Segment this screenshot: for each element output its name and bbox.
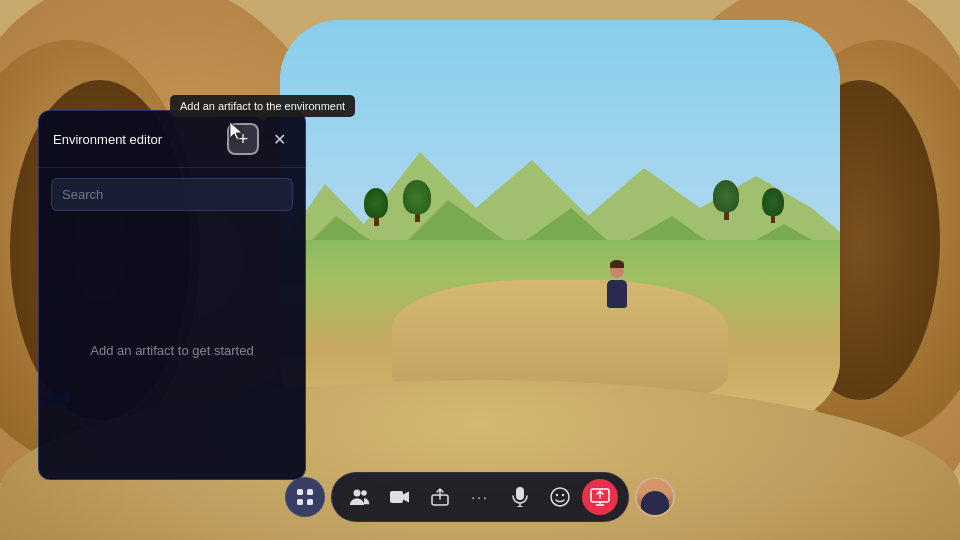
more-button[interactable]: ···: [462, 479, 498, 515]
svg-rect-2: [297, 499, 303, 505]
participants-button[interactable]: [342, 479, 378, 515]
video-icon: [390, 489, 410, 505]
video-button[interactable]: [382, 479, 418, 515]
empty-state-message: Add an artifact to get started: [90, 343, 253, 358]
close-panel-button[interactable]: ✕: [267, 127, 291, 151]
tree-4: [762, 188, 784, 223]
panel-title: Environment editor: [53, 132, 162, 147]
svg-point-5: [361, 490, 367, 496]
screen-share-button[interactable]: [582, 479, 618, 515]
user-avatar-button[interactable]: [635, 477, 675, 517]
bottom-toolbar: ···: [285, 472, 675, 522]
screen-share-active-icon: [590, 488, 610, 506]
svg-rect-0: [297, 489, 303, 495]
more-icon: ···: [471, 489, 489, 505]
plus-icon: +: [238, 130, 249, 148]
apps-button[interactable]: [285, 477, 325, 517]
emoji-icon: [550, 487, 570, 507]
grid-icon: [296, 488, 314, 506]
svg-rect-1: [307, 489, 313, 495]
tree-2: [403, 180, 431, 222]
svg-point-11: [551, 488, 569, 506]
close-icon: ✕: [273, 130, 286, 149]
svg-point-4: [354, 490, 361, 497]
window-view: [280, 20, 840, 420]
panel-header-actions: + ✕: [227, 123, 291, 155]
svg-rect-8: [516, 487, 524, 500]
avatar-image: [637, 479, 673, 515]
share-icon: [431, 488, 449, 506]
emoji-button[interactable]: [542, 479, 578, 515]
svg-rect-3: [307, 499, 313, 505]
search-container: [39, 168, 305, 221]
panel-body: Add an artifact to get started: [39, 221, 305, 479]
panel-header: Environment editor + ✕: [39, 111, 305, 168]
tree-3: [713, 180, 739, 220]
toolbar-pill: ···: [331, 472, 629, 522]
svg-point-12: [556, 494, 558, 496]
svg-point-13: [562, 494, 564, 496]
tree-1: [364, 188, 388, 226]
microphone-button[interactable]: [502, 479, 538, 515]
svg-rect-6: [390, 491, 403, 503]
share-button[interactable]: [422, 479, 458, 515]
add-artifact-button[interactable]: +: [227, 123, 259, 155]
microphone-icon: [512, 487, 528, 507]
avatar-silhouette: [641, 491, 669, 515]
search-input[interactable]: [51, 178, 293, 211]
environment-editor-panel: Environment editor + ✕ Add an artifact t…: [38, 110, 306, 480]
scene-avatar: [607, 280, 627, 308]
participants-icon: [350, 488, 370, 506]
